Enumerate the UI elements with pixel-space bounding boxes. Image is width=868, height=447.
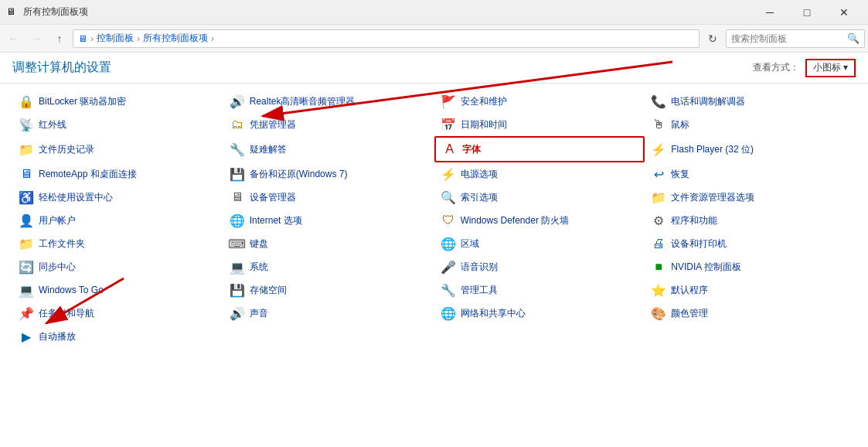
panel-item-label: 区域 (461, 237, 479, 251)
panel-item[interactable]: 🔊Realtek高清晰音频管理器 (223, 90, 434, 113)
forward-button[interactable]: → (26, 29, 46, 49)
panel-item[interactable]: ⚙程序和功能 (645, 209, 856, 232)
up-button[interactable]: ↑ (49, 29, 70, 49)
panel-item[interactable]: 🖱鼠标 (645, 113, 856, 136)
panel-item[interactable]: 🖥设备管理器 (223, 186, 434, 209)
panel-item[interactable]: 📁文件资源管理器选项 (645, 186, 856, 209)
panel-item-label: 鼠标 (671, 118, 689, 131)
minimize-button[interactable]: ─ (752, 0, 788, 25)
refresh-button[interactable]: ↻ (703, 29, 723, 49)
panel-item-icon: 🔊 (230, 305, 245, 321)
panel-item-label: 系统 (250, 261, 268, 274)
panel-item[interactable]: 💾备份和还原(Windows 7) (223, 162, 434, 186)
panel-item-icon: ⌨ (230, 236, 245, 251)
panel-item-icon: 💾 (230, 282, 245, 298)
panel-item[interactable]: 🌐Internet 选项 (223, 209, 434, 232)
toolbar-right: 查看方式： 小图标 ▾ (753, 59, 856, 77)
panel-item[interactable]: 🔒BitLocker 驱动器加密 (12, 90, 223, 113)
panel-item[interactable]: 💻Windows To Go (12, 278, 223, 302)
panel-item-label: Flash Player (32 位) (671, 143, 754, 156)
panel-item[interactable]: 🔍索引选项 (434, 186, 645, 209)
panel-item[interactable]: 📡红外线 (12, 113, 223, 136)
panel-item-icon: ⭐ (651, 282, 666, 298)
panel-item[interactable]: ■NVIDIA 控制面板 (645, 255, 856, 278)
panel-item-icon: 📁 (19, 142, 34, 157)
panel-item-icon: 🌐 (441, 305, 456, 321)
panel-item[interactable]: ▶自动播放 (12, 325, 223, 348)
panel-item[interactable]: 🚩安全和维护 (434, 90, 645, 113)
panel-item-icon: ↩ (651, 166, 666, 182)
panel-item[interactable]: 🔊声音 (223, 302, 434, 325)
panel-item-label: 备份和还原(Windows 7) (250, 168, 348, 181)
panel-item[interactable]: 📅日期和时间 (434, 113, 645, 136)
panel-item-icon: 👤 (19, 213, 34, 228)
panel-item-icon: 🌐 (441, 236, 456, 251)
panel-item-icon: ♿ (19, 189, 34, 205)
panel-item-icon: 🛡 (441, 213, 456, 228)
panel-item[interactable]: 🖨设备和打印机 (645, 232, 856, 255)
panel-item[interactable]: ⚡电源选项 (434, 162, 645, 186)
panel-item-icon: 🌐 (230, 213, 245, 228)
panel-item[interactable]: 🌐区域 (434, 232, 645, 255)
panel-item-label: 电源选项 (461, 168, 498, 181)
panel-item[interactable]: 👤用户帐户 (12, 209, 223, 232)
panel-item[interactable]: 🔧疑难解答 (223, 136, 434, 162)
panel-item-icon: 🖥 (19, 166, 34, 182)
panel-item-icon: 🔒 (19, 94, 34, 109)
panel-item-label: 疑难解答 (250, 143, 287, 156)
panel-item-label: 轻松使用设置中心 (39, 191, 113, 204)
search-input[interactable] (731, 33, 847, 44)
panel-item[interactable]: 🎨颜色管理 (645, 302, 856, 325)
panel-item[interactable]: ♿轻松使用设置中心 (12, 186, 223, 209)
panel-item[interactable]: 📞电话和调制解调器 (645, 90, 856, 113)
address-path[interactable]: 🖥 › 控制面板 › 所有控制面板项 › (73, 29, 700, 48)
search-icon: 🔍 (847, 32, 859, 44)
path-segment-2[interactable]: 所有控制面板项 (143, 32, 208, 45)
path-segment-1[interactable]: 控制面板 (97, 32, 134, 45)
title-bar: 🖥 所有控制面板项 ─ □ ✕ (0, 0, 868, 25)
panel-item[interactable]: 🔧管理工具 (434, 278, 645, 302)
address-bar: ← → ↑ 🖥 › 控制面板 › 所有控制面板项 › ↻ 🔍 (0, 25, 868, 53)
window-title: 所有控制面板项 (23, 5, 752, 19)
panel-item-icon: 📡 (19, 117, 34, 132)
panel-item-label: 设备管理器 (250, 191, 296, 204)
panel-item-icon: ■ (651, 259, 666, 275)
panel-item[interactable]: 🛡Windows Defender 防火墙 (434, 209, 645, 232)
panel-item[interactable]: 🌐网络和共享中心 (434, 302, 645, 325)
panel-item-icon: 🔧 (441, 282, 456, 298)
maximize-button[interactable]: □ (789, 0, 825, 25)
back-button[interactable]: ← (3, 29, 23, 49)
panel-item-icon: 📌 (19, 305, 34, 321)
content-area: 🔒BitLocker 驱动器加密🔊Realtek高清晰音频管理器🚩安全和维护📞电… (0, 84, 868, 447)
search-box[interactable]: 🔍 (726, 29, 865, 48)
panel-item[interactable]: 🗂凭据管理器 (223, 113, 434, 136)
panel-item[interactable]: ⌨键盘 (223, 232, 434, 255)
panel-item[interactable]: 📌任务栏和导航 (12, 302, 223, 325)
panel-item[interactable]: ↩恢复 (645, 162, 856, 186)
view-button[interactable]: 小图标 ▾ (805, 59, 856, 77)
panel-item-label: 管理工具 (461, 284, 498, 297)
panel-item[interactable]: 🎤语音识别 (434, 255, 645, 278)
panel-item[interactable]: 💾存储空间 (223, 278, 434, 302)
panel-item-icon: 🗂 (230, 117, 245, 132)
panel-item-label: 网络和共享中心 (461, 307, 526, 320)
panel-item[interactable]: 🖥RemoteApp 和桌面连接 (12, 162, 223, 186)
panel-item-label: 程序和功能 (671, 214, 717, 227)
panel-item[interactable]: ⭐默认程序 (645, 278, 856, 302)
panel-item-label: Windows To Go (39, 285, 104, 295)
panel-item-icon: 🔧 (230, 142, 245, 157)
panel-item[interactable]: A字体 (434, 136, 645, 162)
close-button[interactable]: ✕ (826, 0, 862, 25)
panel-item[interactable]: 💻系统 (223, 255, 434, 278)
panel-item-label: 自动播放 (39, 330, 76, 343)
panel-item[interactable]: 📁工作文件夹 (12, 232, 223, 255)
panel-item-label: Realtek高清晰音频管理器 (250, 95, 356, 108)
panel-item-label: 存储空间 (250, 284, 287, 297)
panel-item-icon: 🚩 (441, 94, 456, 109)
panel-item-icon: 🎤 (441, 259, 456, 275)
panel-item-label: 文件历史记录 (39, 143, 94, 156)
panel-item[interactable]: ⚡Flash Player (32 位) (645, 136, 856, 162)
panel-item[interactable]: 📁文件历史记录 (12, 136, 223, 162)
panel-item[interactable]: 🔄同步中心 (12, 255, 223, 278)
panel-item-label: NVIDIA 控制面板 (671, 261, 741, 274)
